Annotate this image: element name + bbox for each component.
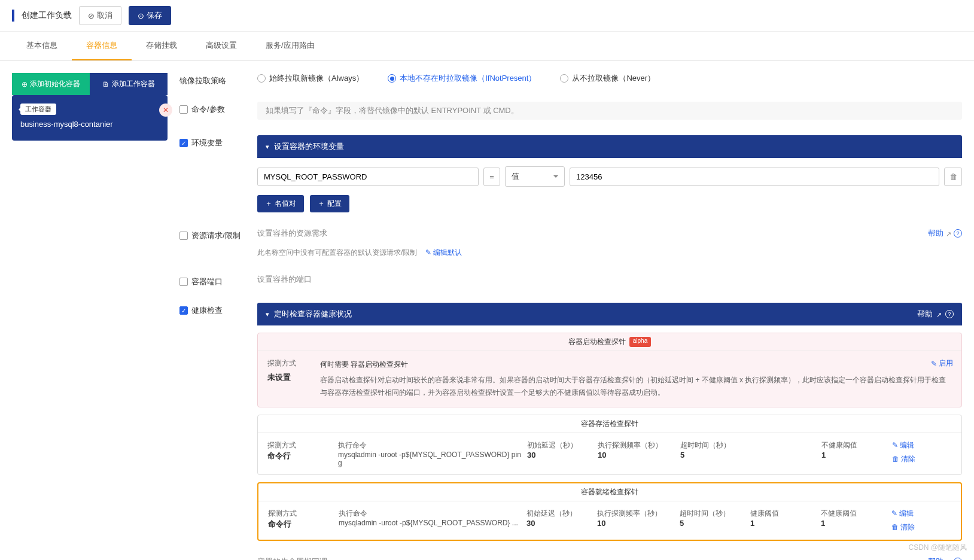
trash-icon: 🗑 — [891, 523, 899, 531]
radio-always[interactable]: 始终拉取新镜像（Always） — [257, 73, 364, 84]
radio-ifnotpresent[interactable]: 本地不存在时拉取镜像（IfNotPresent） — [388, 73, 536, 84]
radio-never[interactable]: 从不拉取镜像（Never） — [560, 73, 655, 84]
watermark: CSDN @随笔随风 — [908, 543, 967, 553]
container-type-tag: 工作容器 — [20, 104, 56, 115]
help-link[interactable]: 帮助 — [928, 556, 943, 560]
add-kv-button[interactable]: ＋名值对 — [257, 195, 304, 212]
help-link[interactable]: 帮助 — [917, 309, 933, 319]
plus-icon: ＋ — [265, 199, 272, 209]
sidebar-buttons: ⊕添加初始化容器 🗎添加工作容器 — [12, 73, 168, 95]
health-panel-header[interactable]: ▾ 定时检查容器健康状况 帮助? — [257, 303, 962, 325]
add-work-container-button[interactable]: 🗎添加工作容器 — [90, 73, 168, 95]
help-link[interactable]: 帮助 — [928, 228, 943, 239]
label-env: 环境变量 — [179, 135, 245, 148]
env-panel-header[interactable]: ▾设置容器的环境变量 — [257, 135, 962, 158]
command-hint: 如果填写了『命令』字段，将替代镜像中的默认 ENTRYPOINT 或 CMD。 — [257, 102, 962, 120]
resource-sub: 此名称空间中没有可配置容器的默认资源请求/限制 — [257, 247, 417, 258]
container-card[interactable]: 工作容器 business-mysql8-contanier ✕ — [12, 95, 168, 141]
liveness-probe-card: 容器存活检查探针 探测方式命令行 执行命令mysqladmin -uroot -… — [257, 415, 962, 475]
page-title: 创建工作负载 — [22, 10, 72, 21]
container-name: business-mysql8-contanier — [20, 120, 159, 129]
resource-hint: 设置容器的资源需求 帮助? — [257, 228, 962, 239]
probe-mode-value: 未设置 — [267, 372, 296, 383]
readiness-probe-card: 容器就绪检查探针 探测方式命令行 执行命令mysqladmin -uroot -… — [257, 482, 962, 541]
close-icon[interactable]: ✕ — [159, 104, 172, 117]
readiness-edit-link[interactable]: ✎编辑 — [891, 509, 951, 519]
pencil-icon: ✎ — [931, 360, 937, 368]
save-icon: ⊙ — [138, 11, 144, 20]
radio-icon — [388, 74, 396, 83]
pencil-icon: ✎ — [891, 509, 897, 518]
startup-probe-title: 容器启动检查探针 — [568, 337, 626, 347]
readiness-clear-link[interactable]: 🗑清除 — [891, 522, 951, 532]
checkbox-health[interactable] — [179, 306, 188, 315]
radio-icon — [560, 74, 568, 83]
help-icon[interactable]: ? — [945, 310, 954, 318]
tab-container[interactable]: 容器信息 — [72, 32, 132, 60]
port-hint: 设置容器的端口 — [257, 274, 962, 285]
startup-desc: 容器启动检查探针对启动时间较长的容器来说非常有用。如果容器的启动时间大于容器存活… — [320, 374, 952, 400]
help-icon[interactable]: ? — [954, 229, 962, 238]
external-link-icon — [946, 229, 951, 238]
probe-mode-label: 探测方式 — [267, 358, 296, 369]
add-icon: ⊕ — [22, 80, 28, 89]
env-type-select[interactable]: 值 — [505, 166, 565, 187]
page-header: 创建工作负载 ⊘取消 ⊙保存 — [0, 0, 974, 32]
plus-icon: ＋ — [318, 199, 325, 209]
checkbox-resource[interactable] — [179, 232, 188, 240]
label-image-pull-policy: 镜像拉取策略 — [179, 73, 245, 86]
liveness-edit-link[interactable]: ✎编辑 — [892, 440, 952, 451]
external-link-icon — [946, 557, 951, 560]
cancel-icon: ⊘ — [88, 11, 95, 20]
trash-icon: 🗑 — [892, 455, 899, 463]
label-command: 命令/参数 — [179, 102, 245, 115]
checkbox-command[interactable] — [179, 105, 188, 114]
cancel-button[interactable]: ⊘取消 — [79, 6, 121, 25]
tab-bar: 基本信息 容器信息 存储挂载 高级设置 服务/应用路由 — [0, 32, 974, 61]
env-equals: = — [483, 168, 500, 186]
delete-env-button[interactable]: 🗑 — [944, 168, 962, 186]
tab-service[interactable]: 服务/应用路由 — [251, 32, 329, 60]
liveness-clear-link[interactable]: 🗑清除 — [892, 454, 952, 464]
tab-advanced[interactable]: 高级设置 — [191, 32, 251, 60]
external-link-icon — [936, 310, 942, 319]
env-key-input[interactable] — [257, 168, 479, 186]
label-port: 容器端口 — [179, 274, 245, 287]
env-value-input[interactable] — [570, 168, 939, 186]
label-health: 健康检查 — [179, 303, 245, 316]
pencil-icon: ✎ — [892, 441, 898, 449]
lifecycle-hint: 容器的生命周期回调 帮助? — [257, 556, 962, 560]
add-config-button[interactable]: ＋配置 — [310, 195, 349, 212]
liveness-probe-title: 容器存活检查探针 — [581, 419, 638, 429]
alpha-badge: alpha — [629, 337, 651, 347]
add-init-container-button[interactable]: ⊕添加初始化容器 — [12, 73, 90, 95]
chevron-down-icon: ▾ — [266, 143, 269, 151]
chevron-down-icon: ▾ — [266, 311, 269, 318]
label-resource: 资源请求/限制 — [179, 228, 245, 241]
edit-default-link[interactable]: ✎编辑默认 — [425, 247, 462, 258]
pencil-icon: ✎ — [425, 247, 431, 258]
enable-link[interactable]: ✎启用 — [931, 358, 953, 369]
doc-icon: 🗎 — [102, 80, 109, 89]
header-accent — [12, 10, 14, 22]
startup-desc-title: 何时需要 容器启动检查探针 — [320, 358, 952, 372]
tab-basic[interactable]: 基本信息 — [12, 32, 72, 60]
startup-probe-card: 容器启动检查探针alpha 探测方式 未设置 何时需要 容器启动检查探针 容器启… — [257, 333, 962, 407]
help-icon[interactable]: ? — [954, 558, 962, 560]
tab-storage[interactable]: 存储挂载 — [132, 32, 191, 60]
checkbox-env[interactable] — [179, 139, 188, 147]
save-button[interactable]: ⊙保存 — [129, 6, 171, 25]
radio-icon — [257, 74, 266, 83]
label-lifecycle: 生命周期回调 — [179, 556, 245, 560]
readiness-probe-title: 容器就绪检查探针 — [581, 487, 638, 497]
checkbox-port[interactable] — [179, 278, 188, 286]
